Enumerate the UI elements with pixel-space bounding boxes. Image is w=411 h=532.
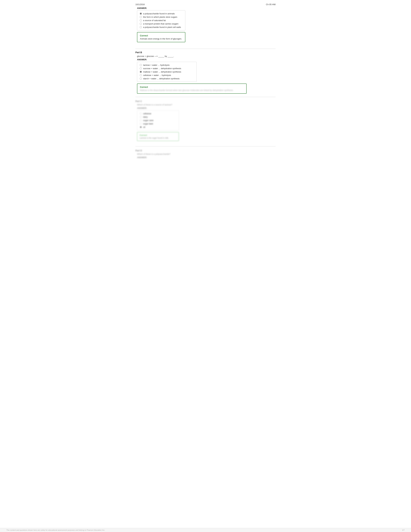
option-b3[interactable]: maltose + water ... dehydration synthesi… <box>140 71 194 73</box>
radio-a4[interactable] <box>140 23 142 25</box>
option-c2: dairy <box>140 116 176 118</box>
option-b5[interactable]: starch + water ... dehydration synthesis <box>140 77 194 80</box>
radio-b1[interactable] <box>140 64 142 66</box>
part-d-divider <box>135 146 276 146</box>
option-a2-text: the form in which plants store sugars <box>143 16 177 18</box>
option-a1[interactable]: a polysaccharide found in animals <box>140 12 183 15</box>
option-b3-text: maltose + water ... dehydration synthesi… <box>143 71 181 73</box>
option-c4: sugar beet <box>140 123 176 125</box>
option-b2-text: sucrose + water ... dehydration synthesi… <box>143 67 181 70</box>
radio-c4 <box>140 123 142 125</box>
option-c5-text: oil <box>143 126 145 128</box>
part-a-answer-label: ANSWER: <box>137 7 276 9</box>
part-d-title: Part D <box>135 149 276 152</box>
option-c1: cellulose <box>140 112 176 115</box>
radio-b4[interactable] <box>140 74 142 76</box>
radio-c5 <box>140 126 142 128</box>
part-a-section: ANSWER: a polysaccharide found in animal… <box>137 7 276 46</box>
part-c-section: Part C Which of these is a source of lac… <box>135 100 276 143</box>
radio-c2 <box>140 116 142 118</box>
part-c-correct-label: Correct <box>140 134 176 136</box>
page-header: 10/1/2016 Ch 05 HW <box>135 3 276 6</box>
part-d-question: Which of these is a polysaccharide? <box>137 153 276 155</box>
part-b-section: Part B glucose + glucose —> _____ by ___… <box>135 51 276 94</box>
option-c2-text: dairy <box>143 116 148 118</box>
option-a5-text: a polysaccharide found in plant cell wal… <box>143 26 181 28</box>
part-b-title: Part B <box>135 51 276 54</box>
part-b-correct-box: Correct Maltose is the disaccharide form… <box>137 84 247 94</box>
part-c-answer-label: ANSWER: <box>137 107 276 109</box>
part-b-correct-label: Correct <box>140 86 244 88</box>
radio-b3[interactable] <box>140 71 142 73</box>
option-a3-text: a source of saturated fat <box>143 19 166 22</box>
option-b5-text: starch + water ... dehydration synthesis <box>143 77 179 80</box>
part-divider <box>135 49 276 49</box>
radio-c1 <box>140 113 142 115</box>
option-b2[interactable]: sucrose + water ... dehydration synthesi… <box>140 67 194 70</box>
option-a1-text: a polysaccharide found in animals <box>143 12 175 15</box>
header-title: Ch 05 HW <box>266 3 276 6</box>
option-a3[interactable]: a source of saturated fat <box>140 19 183 22</box>
radio-a2[interactable] <box>140 16 142 18</box>
part-a-correct-text: Animals store energy in the form of glyc… <box>140 38 182 40</box>
option-a2[interactable]: the form in which plants store sugars <box>140 16 183 18</box>
part-c-title: Part C <box>135 100 276 103</box>
radio-b5[interactable] <box>140 77 142 80</box>
part-b-answer-label: ANSWER: <box>137 58 276 61</box>
radio-a5[interactable] <box>140 26 142 28</box>
radio-c3 <box>140 119 142 121</box>
part-c-correct-box: Correct Lactose is the sugar found in mi… <box>137 132 179 141</box>
part-d-section: Part D Which of these is a polysaccharid… <box>135 149 276 159</box>
option-a5[interactable]: a polysaccharide found in plant cell wal… <box>140 26 183 28</box>
option-c1-text: cellulose <box>143 112 151 115</box>
option-b1-text: lactose + water ... hydrolysis <box>143 64 169 66</box>
part-c-options-box: cellulose dairy sugar cane sugar beet oi… <box>137 110 179 130</box>
header-date: 10/1/2016 <box>135 3 145 6</box>
option-c5: oil <box>140 126 176 128</box>
radio-a3[interactable] <box>140 19 142 21</box>
option-b4[interactable]: cellulose + water ... hydrolysis <box>140 74 194 76</box>
radio-a1[interactable] <box>140 13 142 15</box>
radio-b2[interactable] <box>140 67 142 69</box>
part-a-correct-label: Correct <box>140 34 182 37</box>
part-d-answer-label: ANSWER: <box>137 156 276 159</box>
option-b1[interactable]: lactose + water ... hydrolysis <box>140 64 194 66</box>
option-a4[interactable]: a transport protein that carries oxygen <box>140 23 183 25</box>
part-a-correct-box: Correct Animals store energy in the form… <box>137 32 185 42</box>
part-c-question: Which of these is a source of lactose? <box>137 104 276 106</box>
part-b-question: glucose + glucose —> _____ by _____. <box>137 55 276 57</box>
part-c-correct-text: Lactose is the sugar found in milk. <box>140 137 176 139</box>
option-c4-text: sugar beet <box>143 123 153 125</box>
part-b-correct-text: Maltose is the disaccharide formed when … <box>140 89 244 91</box>
option-a4-text: a transport protein that carries oxygen <box>143 23 178 25</box>
option-b4-text: cellulose + water ... hydrolysis <box>143 74 171 76</box>
part-a-options-box: a polysaccharide found in animals the fo… <box>137 10 185 30</box>
option-c3: sugar cane <box>140 119 176 122</box>
option-c3-text: sugar cane <box>143 119 153 122</box>
part-b-options-box: lactose + water ... hydrolysis sucrose +… <box>137 62 197 82</box>
